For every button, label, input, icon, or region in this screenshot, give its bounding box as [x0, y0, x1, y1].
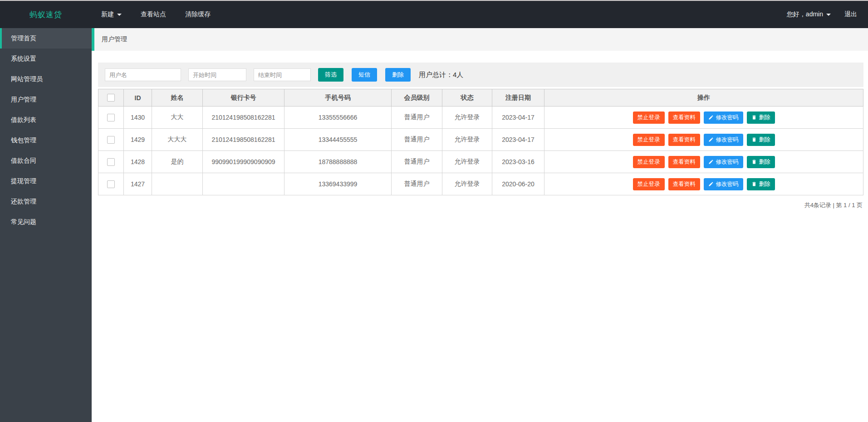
- user-total-label: 用户总计：4人: [419, 71, 463, 79]
- delete-button[interactable]: 删除: [747, 156, 775, 168]
- column-header: 注册日期: [492, 89, 544, 107]
- change-password-button[interactable]: 修改密码: [704, 178, 743, 190]
- sidebar-item-user-management[interactable]: 用户管理: [0, 89, 92, 110]
- pencil-icon: [708, 181, 714, 187]
- cell-name: [152, 173, 203, 195]
- sidebar-item-wallet-management[interactable]: 钱包管理: [0, 130, 92, 150]
- trash-icon: [751, 159, 757, 165]
- column-header: 会员级别: [392, 89, 442, 107]
- cell-reg-date: 2023-04-17: [492, 129, 544, 151]
- row-select-cell: [98, 151, 124, 173]
- delete-button[interactable]: 删除: [747, 112, 775, 124]
- logout-button[interactable]: 退出: [838, 10, 868, 19]
- cell-status: 允许登录: [442, 173, 492, 195]
- sidebar-item-site-admin[interactable]: 网站管理员: [0, 69, 92, 89]
- cell-reg-date: 2023-04-17: [492, 107, 544, 129]
- cell-status: 允许登录: [442, 129, 492, 151]
- user-dropdown[interactable]: 您好，admin: [780, 1, 838, 28]
- cell-status: 允许登录: [442, 151, 492, 173]
- page-title: 用户管理: [102, 35, 127, 44]
- navbar-item-new[interactable]: 新建: [92, 1, 131, 28]
- sidebar-item-home[interactable]: 管理首页: [0, 28, 92, 49]
- action-label: 删除: [759, 158, 770, 166]
- cell-name: 是的: [152, 151, 203, 173]
- chevron-down-icon: [826, 14, 831, 16]
- cell-name: 大大大: [152, 129, 203, 151]
- table-row: 1430大大21012419850816228113355556666普通用户允…: [98, 107, 863, 129]
- action-label: 禁止登录: [638, 158, 660, 166]
- cell-level: 普通用户: [392, 173, 442, 195]
- column-header: 手机号码: [284, 89, 392, 107]
- cell-level: 普通用户: [392, 129, 442, 151]
- cell-reg-date: 2023-03-16: [492, 151, 544, 173]
- view-profile-button[interactable]: 查看资料: [668, 112, 700, 124]
- navbar-item-view-site[interactable]: 查看站点: [131, 1, 176, 28]
- delete-selected-button[interactable]: 删除: [385, 68, 411, 82]
- pagination-info: 共4条记录 | 第 1 / 1 页: [98, 195, 863, 215]
- column-header: 银行卡号: [203, 89, 284, 107]
- filter-toolbar: 筛选 短信 删除 用户总计：4人: [98, 63, 863, 87]
- change-password-button[interactable]: 修改密码: [704, 134, 743, 146]
- action-label: 修改密码: [716, 114, 739, 121]
- navbar-item-clear-cache[interactable]: 清除缓存: [176, 1, 220, 28]
- row-actions-cell: 禁止登录查看资料修改密码删除: [544, 151, 863, 173]
- ban-login-button[interactable]: 禁止登录: [633, 156, 665, 168]
- select-all-checkbox[interactable]: [107, 94, 115, 102]
- trash-icon: [751, 181, 757, 187]
- action-label: 删除: [759, 114, 770, 121]
- change-password-button[interactable]: 修改密码: [704, 156, 743, 168]
- view-profile-button[interactable]: 查看资料: [668, 134, 700, 146]
- sidebar-item-repayment-management[interactable]: 还款管理: [0, 191, 92, 212]
- row-checkbox[interactable]: [107, 114, 115, 121]
- sidebar-item-withdraw-management[interactable]: 提现管理: [0, 171, 92, 191]
- breadcrumb-bar: 用户管理: [92, 28, 868, 51]
- change-password-button[interactable]: 修改密码: [704, 112, 743, 124]
- action-label: 修改密码: [716, 136, 739, 144]
- sms-button[interactable]: 短信: [352, 68, 377, 82]
- trash-icon: [751, 137, 757, 142]
- action-label: 查看资料: [673, 158, 696, 166]
- main-content: 筛选 短信 删除 用户总计：4人 ID姓名银行卡号手机号码会员级别状态注册日期操…: [92, 51, 868, 215]
- cell-level: 普通用户: [392, 151, 442, 173]
- row-select-cell: [98, 173, 124, 195]
- top-navbar: 蚂蚁速贷 新建查看站点清除缓存 您好，admin 退出: [0, 1, 868, 28]
- ban-login-button[interactable]: 禁止登录: [633, 112, 665, 124]
- action-label: 删除: [759, 180, 770, 188]
- sidebar-item-system-settings[interactable]: 系统设置: [0, 49, 92, 69]
- ban-login-button[interactable]: 禁止登录: [633, 134, 665, 146]
- cell-level: 普通用户: [392, 107, 442, 129]
- action-label: 修改密码: [716, 180, 739, 188]
- delete-button[interactable]: 删除: [747, 134, 775, 146]
- end-time-input[interactable]: [254, 68, 311, 81]
- view-profile-button[interactable]: 查看资料: [668, 178, 700, 190]
- row-checkbox[interactable]: [107, 136, 115, 144]
- start-time-input[interactable]: [188, 68, 246, 81]
- row-checkbox[interactable]: [107, 180, 115, 188]
- username-input[interactable]: [105, 68, 181, 81]
- column-header: ID: [124, 89, 152, 107]
- sidebar-item-faq[interactable]: 常见问题: [0, 212, 92, 232]
- ban-login-button[interactable]: 禁止登录: [633, 178, 665, 190]
- sidebar-item-loan-list[interactable]: 借款列表: [0, 110, 92, 130]
- action-label: 禁止登录: [638, 114, 660, 121]
- row-actions-cell: 禁止登录查看资料修改密码删除: [544, 129, 863, 151]
- sidebar-item-loan-contract[interactable]: 借款合同: [0, 150, 92, 171]
- row-checkbox[interactable]: [107, 158, 115, 166]
- cell-id: 1430: [124, 107, 152, 129]
- delete-button[interactable]: 删除: [747, 178, 775, 190]
- users-table: ID姓名银行卡号手机号码会员级别状态注册日期操作 1430大大210124198…: [98, 89, 863, 195]
- row-actions-cell: 禁止登录查看资料修改密码删除: [544, 173, 863, 195]
- column-header: 操作: [544, 89, 863, 107]
- cell-id: 1427: [124, 173, 152, 195]
- view-profile-button[interactable]: 查看资料: [668, 156, 700, 168]
- cell-bank-card: [203, 173, 284, 195]
- action-label: 修改密码: [716, 158, 739, 166]
- cell-status: 允许登录: [442, 107, 492, 129]
- table-row: 142713369433999普通用户允许登录2020-06-20禁止登录查看资…: [98, 173, 863, 195]
- filter-button[interactable]: 筛选: [318, 68, 343, 82]
- table-header-row: ID姓名银行卡号手机号码会员级别状态注册日期操作: [98, 89, 863, 107]
- brand-logo[interactable]: 蚂蚁速贷: [0, 10, 92, 20]
- action-label: 查看资料: [673, 114, 696, 121]
- cell-phone: 13355556666: [284, 107, 392, 129]
- cell-bank-card: 210124198508162281: [203, 129, 284, 151]
